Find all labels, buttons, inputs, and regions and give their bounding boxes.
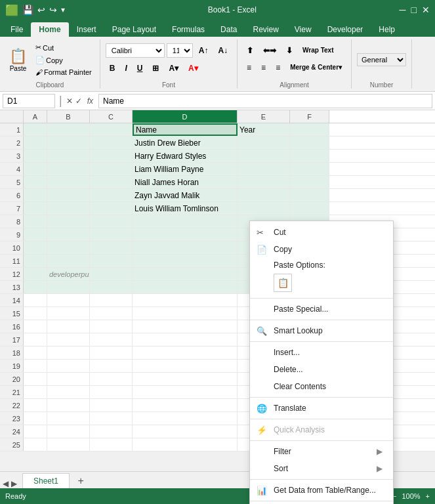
col-header-f[interactable]: F	[290, 110, 329, 123]
cell-b3[interactable]	[47, 150, 90, 162]
tab-home[interactable]: Home	[31, 22, 68, 37]
ctx-copy[interactable]: 📄 Copy	[250, 241, 393, 258]
quick-access-undo[interactable]: ↩	[37, 5, 45, 15]
tab-view[interactable]: View	[287, 22, 320, 37]
ctx-sort[interactable]: Sort ▶	[250, 460, 393, 477]
prev-sheet-button[interactable]: ◀	[3, 479, 9, 488]
cell-f2[interactable]	[290, 136, 329, 149]
ctx-clear-contents[interactable]: Clear Contents	[250, 378, 393, 395]
wrap-text-button[interactable]: Wrap Text	[299, 45, 337, 56]
zoom-in[interactable]: +	[426, 492, 430, 500]
minimize-button[interactable]: ─	[400, 5, 406, 15]
cell-e4[interactable]	[238, 163, 290, 175]
cell-f3[interactable]	[290, 150, 329, 162]
align-center-button[interactable]: ≡	[257, 61, 270, 74]
cell-c5[interactable]	[90, 176, 133, 188]
quick-access-redo[interactable]: ↪	[49, 5, 57, 15]
cell-a5[interactable]	[24, 176, 47, 188]
cell-f5[interactable]	[290, 176, 329, 188]
tab-formulas[interactable]: Formulas	[164, 22, 213, 37]
cell-b2[interactable]	[47, 136, 90, 149]
cell-c2[interactable]	[90, 136, 133, 149]
ctx-filter[interactable]: Filter ▶	[250, 443, 393, 460]
cell-d6[interactable]: Zayn Javvad Malik	[133, 189, 238, 201]
cell-e3[interactable]	[238, 150, 290, 162]
border-button[interactable]: ⊞	[148, 62, 163, 75]
col-header-d[interactable]: D	[133, 110, 238, 123]
align-middle-button[interactable]: ⬅➡	[259, 44, 280, 57]
cell-c1[interactable]	[90, 123, 133, 136]
merge-center-button[interactable]: Merge & Center▾	[286, 62, 346, 73]
cell-c7[interactable]	[90, 202, 133, 215]
quick-access-save[interactable]: 💾	[22, 5, 33, 15]
cell-f1[interactable]	[290, 123, 329, 136]
tab-developer[interactable]: Developer	[320, 22, 371, 37]
ctx-delete[interactable]: Delete...	[250, 361, 393, 378]
confirm-icon[interactable]: ✓	[75, 96, 82, 106]
cell-c3[interactable]	[90, 150, 133, 162]
font-shrink-button[interactable]: A↓	[214, 44, 232, 57]
tab-file[interactable]: File	[3, 22, 31, 37]
cell-e7[interactable]	[238, 202, 290, 215]
cell-e6[interactable]	[238, 189, 290, 201]
tab-review[interactable]: Review	[245, 22, 286, 37]
cell-d1[interactable]: Name	[133, 123, 238, 136]
paste-option-1[interactable]: 📋	[274, 274, 292, 292]
cell-e5[interactable]	[238, 176, 290, 188]
ctx-cut[interactable]: ✂ Cut	[250, 224, 393, 241]
col-header-c[interactable]: C	[90, 110, 133, 123]
cell-f4[interactable]	[290, 163, 329, 175]
tab-help[interactable]: Help	[371, 22, 403, 37]
cell-f6[interactable]	[290, 189, 329, 201]
cell-d3[interactable]: Harry Edward Styles	[133, 150, 238, 162]
cell-a3[interactable]	[24, 150, 47, 162]
align-left-button[interactable]: ≡	[243, 61, 255, 74]
font-grow-button[interactable]: A↑	[195, 44, 213, 57]
cell-d5[interactable]: Niall James Horan	[133, 176, 238, 188]
cell-e1[interactable]: Year	[238, 123, 290, 136]
col-header-b[interactable]: B	[47, 110, 90, 123]
sheet-tab-sheet1[interactable]: Sheet1	[22, 473, 70, 488]
maximize-button[interactable]: □	[411, 5, 417, 15]
ctx-translate[interactable]: 🌐 Translate	[250, 400, 393, 417]
font-family-select[interactable]: Calibri	[106, 43, 165, 58]
cell-b1[interactable]	[47, 123, 90, 136]
ctx-paste-special[interactable]: Paste Special...	[250, 301, 393, 318]
cell-d2[interactable]: Justin Drew Bieber	[133, 136, 238, 149]
cut-button[interactable]: ✂ Cut	[33, 42, 94, 53]
fill-color-button[interactable]: A▾	[165, 62, 182, 75]
formula-input[interactable]	[98, 94, 432, 108]
align-right-button[interactable]: ≡	[272, 61, 284, 74]
copy-button[interactable]: 📄 Copy	[33, 54, 94, 66]
quick-access-more[interactable]: ▾	[61, 5, 65, 14]
cell-a2[interactable]	[24, 136, 47, 149]
cell-b6[interactable]	[47, 189, 90, 201]
name-box[interactable]	[3, 94, 55, 108]
ctx-get-data[interactable]: 📊 Get Data from Table/Range...	[250, 482, 393, 499]
cell-d7[interactable]: Louis William Tomlinson	[133, 202, 238, 215]
tab-data[interactable]: Data	[213, 22, 245, 37]
cell-b7[interactable]	[47, 202, 90, 215]
col-header-a[interactable]: A	[24, 110, 47, 123]
underline-button[interactable]: U	[133, 62, 147, 75]
format-painter-button[interactable]: 🖌 Format Painter	[33, 67, 94, 77]
align-top-button[interactable]: ⬆	[243, 44, 257, 57]
cell-c6[interactable]	[90, 189, 133, 201]
cell-a1[interactable]	[24, 123, 47, 136]
cell-a4[interactable]	[24, 163, 47, 175]
tab-page-layout[interactable]: Page Layout	[104, 22, 164, 37]
cell-b4[interactable]	[47, 163, 90, 175]
number-format-select[interactable]: General	[357, 53, 406, 66]
ctx-quick-analysis[interactable]: ⚡ Quick Analysis	[250, 421, 393, 438]
font-size-select[interactable]: 11	[167, 43, 193, 58]
cell-c4[interactable]	[90, 163, 133, 175]
paste-button[interactable]: 📋 Paste	[5, 46, 31, 74]
cell-a7[interactable]	[24, 202, 47, 215]
close-button[interactable]: ✕	[422, 5, 430, 15]
bold-button[interactable]: B	[106, 62, 119, 75]
col-header-e[interactable]: E	[238, 110, 290, 123]
cell-a6[interactable]	[24, 189, 47, 201]
cancel-icon[interactable]: ✕	[66, 96, 73, 106]
cell-f7[interactable]	[290, 202, 329, 215]
cell-d4[interactable]: Liam William Payne	[133, 163, 238, 175]
